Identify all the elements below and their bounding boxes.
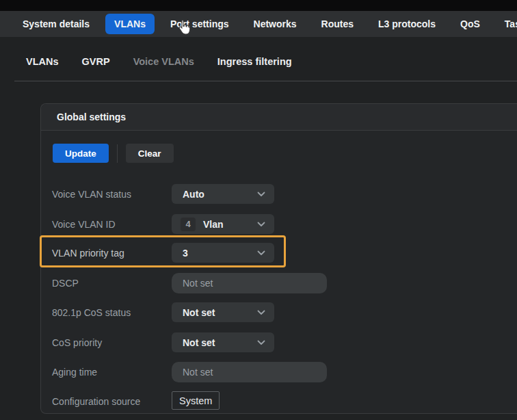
sub-tabs: VLANs GVRP Voice VLANs Ingress filtering xyxy=(26,56,292,67)
tab-gvrp[interactable]: GVRP xyxy=(82,56,110,67)
form-row-voice-vlan-status: Voice VLAN status Auto xyxy=(41,184,517,205)
nav-item-vlans[interactable]: VLANs xyxy=(105,14,155,34)
tab-vlans[interactable]: VLANs xyxy=(26,56,59,67)
vlan-priority-tag-select[interactable]: 3 xyxy=(172,243,274,263)
clear-button[interactable]: Clear xyxy=(126,144,174,163)
panel-header: Global settings xyxy=(41,104,517,131)
configuration-source-value: System xyxy=(172,391,220,410)
configuration-source-label: Configuration source xyxy=(52,391,140,412)
chevron-down-icon xyxy=(257,310,265,315)
vlan-priority-tag-label: VLAN priority tag xyxy=(52,243,124,263)
voice-vlan-status-select[interactable]: Auto xyxy=(172,184,274,204)
selected-value: Not set xyxy=(183,307,215,318)
form-row-vlan-priority-tag: VLAN priority tag 3 xyxy=(41,243,517,263)
selected-value: Not set xyxy=(183,337,215,348)
cos-status-label: 802.1p CoS status xyxy=(52,302,131,323)
panel-title: Global settings xyxy=(57,111,126,122)
tabs-divider xyxy=(14,81,517,81)
aging-time-input[interactable] xyxy=(172,362,327,382)
panel-actions: Update Clear xyxy=(53,144,174,163)
top-navbar: System details VLANs Port settings Netwo… xyxy=(0,11,517,37)
form-row-aging-time: Aging time xyxy=(41,362,517,382)
selected-value: 3 xyxy=(183,248,188,259)
cos-priority-label: CoS priority xyxy=(52,332,102,353)
voice-vlan-id-select[interactable]: 4 Vlan xyxy=(172,214,274,234)
chevron-down-icon xyxy=(257,222,265,227)
global-settings-panel: Global settings Update Clear Voice VLAN … xyxy=(40,103,517,414)
form-row-dscp: DSCP xyxy=(41,273,517,293)
window-top-strip xyxy=(0,0,517,11)
nav-item-qos[interactable]: QoS xyxy=(451,14,489,34)
nav-item-port-settings[interactable]: Port settings xyxy=(161,14,238,34)
update-button[interactable]: Update xyxy=(53,144,109,163)
vlan-id-badge: 4 xyxy=(181,218,196,231)
chevron-down-icon xyxy=(257,250,265,256)
nav-item-system-details[interactable]: System details xyxy=(14,14,98,34)
aging-time-label: Aging time xyxy=(52,362,97,382)
tab-voice-vlans[interactable]: Voice VLANs xyxy=(133,56,194,67)
selected-value: Vlan xyxy=(203,219,224,230)
form-row-cos-priority: CoS priority Not set xyxy=(41,332,517,353)
nav-item-routes[interactable]: Routes xyxy=(313,14,362,34)
button-divider xyxy=(117,144,118,163)
form-row-voice-vlan-id: Voice VLAN ID 4 Vlan xyxy=(41,214,517,235)
cos-status-select[interactable]: Not set xyxy=(172,302,274,322)
nav-item-task-queue[interactable]: Task queue xyxy=(496,14,517,34)
voice-vlan-status-label: Voice VLAN status xyxy=(52,184,131,205)
dscp-label: DSCP xyxy=(52,273,79,293)
chevron-down-icon xyxy=(257,192,265,197)
cos-priority-select[interactable]: Not set xyxy=(172,332,274,352)
voice-vlan-id-label: Voice VLAN ID xyxy=(52,214,116,235)
form-row-configuration-source: Configuration source System xyxy=(41,391,517,412)
chevron-down-icon xyxy=(257,340,265,345)
dscp-input[interactable] xyxy=(172,273,327,293)
nav-item-l3-protocols[interactable]: L3 protocols xyxy=(369,14,445,34)
form-row-cos-status: 802.1p CoS status Not set xyxy=(41,302,517,323)
selected-value: Auto xyxy=(183,189,204,200)
tab-ingress-filtering[interactable]: Ingress filtering xyxy=(217,56,292,67)
nav-item-networks[interactable]: Networks xyxy=(245,14,306,34)
